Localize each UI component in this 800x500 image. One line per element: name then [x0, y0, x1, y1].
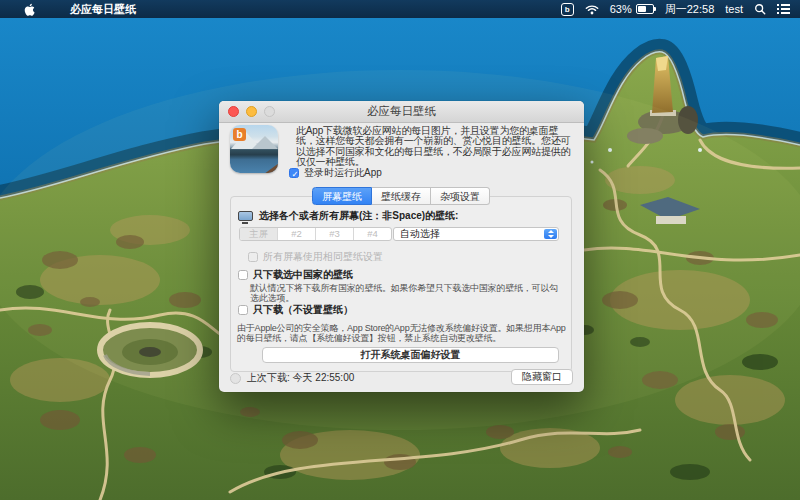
run-at-login-checkbox[interactable]: 登录时运行此App	[289, 166, 382, 180]
window-titlebar[interactable]: 必应每日壁纸	[219, 101, 584, 123]
battery-percent: 63%	[610, 3, 632, 15]
minimize-button[interactable]	[246, 106, 257, 117]
desktop: 必应每日壁纸 b 63% 周一22:58	[0, 0, 800, 500]
notification-center-icon	[777, 4, 790, 14]
bing-wallpaper-settings-window: 必应每日壁纸 此App下载微软必应网站的每日图片，并且设置为您的桌面壁纸，这样您…	[219, 101, 584, 392]
screen-select-label: 选择各个或者所有屏幕(注：非Space)的壁纸:	[259, 209, 458, 223]
selected-country-help-text: 默认情况下将下载所有国家的壁纸。如果你希望只下载选中国家的壁纸，可以勾选此选项。	[250, 283, 566, 303]
page-curl-icon	[264, 163, 278, 173]
menubar-app-name[interactable]: 必应每日壁纸	[70, 2, 136, 17]
checkbox-disabled-checked	[248, 252, 258, 262]
tab-bar: 屏幕壁纸 壁纸缓存 杂项设置	[312, 187, 490, 205]
progress-spinner-icon	[230, 373, 241, 384]
run-at-login-label: 登录时运行此App	[304, 166, 382, 180]
checkbox-checked[interactable]	[289, 168, 299, 178]
segment-screen-2[interactable]: #2	[277, 228, 315, 240]
same-wallpaper-checkbox: 所有屏幕使用相同壁纸设置	[248, 250, 383, 264]
tab-wallpaper-cache[interactable]: 壁纸缓存	[372, 187, 431, 205]
settings-group-box: 屏幕壁纸 壁纸缓存 杂项设置 选择各个或者所有屏幕(注：非Space)的壁纸: …	[230, 196, 572, 372]
chevron-up-icon	[548, 230, 554, 233]
same-wallpaper-label: 所有屏幕使用相同壁纸设置	[263, 250, 383, 264]
status-row: 上次下载: 今天 22:55:00	[230, 371, 354, 385]
battery-status-item[interactable]: 63%	[610, 3, 654, 15]
dropdown-stepper-icon[interactable]	[544, 229, 557, 239]
app-description: 此App下载微软必应网站的每日图片，并且设置为您的桌面壁纸，这样您每天都会拥有一…	[296, 126, 576, 167]
menubar-username[interactable]: test	[725, 3, 743, 15]
bing-badge-icon	[233, 128, 246, 141]
zoom-button	[264, 106, 275, 117]
segment-screen-3[interactable]: #3	[315, 228, 353, 240]
display-icon	[238, 211, 253, 221]
download-only-checkbox[interactable]: 只下载（不设置壁纸）	[238, 303, 353, 317]
segment-main-screen[interactable]: 主屏	[240, 228, 277, 240]
bing-menubar-icon: b	[561, 3, 574, 16]
checkbox-unchecked[interactable]	[238, 305, 248, 315]
menubar-clock[interactable]: 周一22:58	[665, 2, 715, 17]
last-download-status: 上次下载: 今天 22:55:00	[247, 371, 354, 385]
bing-wallpaper-status-item[interactable]: b	[561, 3, 574, 16]
open-system-prefs-button[interactable]: 打开系统桌面偏好设置	[262, 347, 559, 363]
apple-menu[interactable]	[14, 3, 44, 16]
checkbox-unchecked[interactable]	[238, 270, 248, 280]
security-notice-text: 由于Apple公司的安全策略，App Store的App无法修改系统偏好设置。如…	[237, 324, 568, 344]
hide-window-button[interactable]: 隐藏窗口	[511, 369, 573, 385]
notification-center-item[interactable]	[777, 4, 790, 14]
spotlight-item[interactable]	[754, 3, 766, 15]
country-dropdown-value: 自动选择	[394, 228, 558, 241]
selected-country-only-checkbox[interactable]: 只下载选中国家的壁纸	[238, 268, 353, 282]
chevron-down-icon	[548, 235, 554, 238]
menu-bar: 必应每日壁纸 b 63% 周一22:58	[0, 0, 800, 18]
download-only-label: 只下载（不设置壁纸）	[253, 303, 353, 317]
segment-screen-4[interactable]: #4	[353, 228, 391, 240]
screen-select-header: 选择各个或者所有屏幕(注：非Space)的壁纸:	[238, 209, 458, 223]
tab-screen-wallpaper[interactable]: 屏幕壁纸	[312, 187, 372, 205]
apple-icon	[24, 3, 35, 16]
search-icon	[754, 3, 766, 15]
tab-misc-settings[interactable]: 杂项设置	[431, 187, 490, 205]
battery-icon	[636, 4, 654, 14]
app-icon	[230, 125, 278, 173]
screen-segmented-control[interactable]: 主屏 #2 #3 #4	[239, 227, 392, 241]
checkmark-icon	[290, 169, 300, 179]
close-button[interactable]	[228, 106, 239, 117]
selected-country-only-label: 只下载选中国家的壁纸	[253, 268, 353, 282]
wifi-status-item[interactable]	[585, 4, 599, 15]
country-dropdown[interactable]: 自动选择	[393, 227, 559, 241]
wifi-icon	[585, 4, 599, 15]
mountain-icon	[252, 136, 278, 149]
